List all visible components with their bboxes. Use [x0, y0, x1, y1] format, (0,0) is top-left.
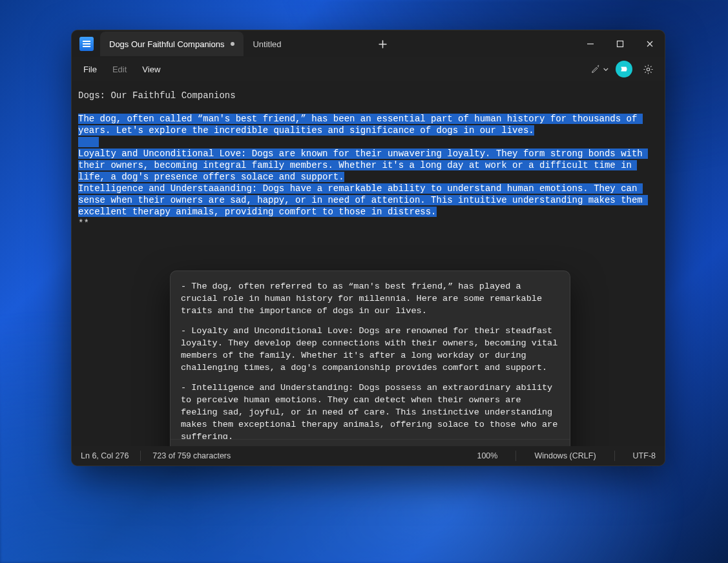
status-bar: Ln 6, Col 276 723 of 759 characters 100%… [72, 446, 665, 466]
ai-suggestion-paragraph: - Intelligence and Understanding: Dogs p… [181, 382, 559, 439]
menu-view[interactable]: View [136, 62, 167, 77]
editor-selected-text: Intelligence and Understaaanding: Dogs h… [78, 183, 648, 217]
tone-dropdown[interactable]: Tone [234, 444, 270, 446]
ai-suggestion-paragraph: - Loyalty and Unconditional Love: Dogs a… [181, 325, 559, 374]
length-dropdown[interactable]: Length [178, 444, 225, 446]
titlebar: Dogs Our Faithful Companions Untitled [72, 30, 665, 57]
status-zoom[interactable]: 100% [477, 451, 497, 460]
settings-button[interactable] [639, 60, 657, 78]
menus: File Edit View [77, 62, 167, 77]
ai-rewrite-button[interactable] [591, 60, 609, 78]
svg-rect-0 [618, 41, 623, 47]
editor-tail: ** [78, 218, 658, 229]
editor-selected-text: Loyalty and Unconditional Love: Dogs are… [78, 148, 648, 182]
app-icon [79, 37, 94, 51]
ai-rewrite-popup: - The dog, often referred to as “man's b… [170, 271, 570, 446]
new-tab-button[interactable] [371, 35, 393, 53]
menubar: File Edit View [72, 57, 665, 81]
editor-selected-text: The dog, often called “man's best friend… [78, 114, 643, 136]
titlebar-left: Dogs Our Faithful Companions Untitled [77, 32, 393, 56]
notepad-window: Dogs Our Faithful Companions Untitled [71, 30, 665, 466]
ai-suggestion-paragraph: - The dog, often referred to as “man's b… [181, 280, 559, 317]
status-cursor-position: Ln 6, Col 276 [81, 451, 129, 460]
text-editor[interactable]: Dogs: Our Faithful Companions The dog, o… [72, 81, 665, 446]
tab-title: Untitled [253, 39, 281, 49]
tab-dirty-indicator [231, 42, 234, 46]
window-maximize-button[interactable] [605, 30, 635, 57]
copilot-button[interactable] [616, 61, 632, 77]
menu-edit[interactable]: Edit [106, 62, 133, 77]
tab-title: Dogs Our Faithful Companions [109, 39, 224, 49]
window-buttons [576, 30, 665, 57]
menubar-right [591, 60, 660, 78]
menu-file[interactable]: File [77, 62, 103, 77]
window-minimize-button[interactable] [576, 30, 605, 57]
window-close-button[interactable] [635, 30, 665, 57]
tab-inactive[interactable]: Untitled [244, 32, 360, 56]
ai-suggestion-body: - The dog, often referred to as “man's b… [171, 271, 570, 439]
status-line-ending[interactable]: Windows (CRLF) [534, 451, 596, 460]
status-encoding[interactable]: UTF-8 [633, 451, 656, 460]
editor-title-line: Dogs: Our Faithful Companions [78, 90, 658, 101]
status-selection-count: 723 of 759 characters [152, 451, 231, 460]
format-dropdown[interactable]: List [279, 444, 315, 446]
ai-controls-row: Length Tone List AI-generated content ma… [171, 439, 570, 446]
svg-point-1 [647, 68, 650, 71]
tab-active[interactable]: Dogs Our Faithful Companions [100, 32, 244, 56]
